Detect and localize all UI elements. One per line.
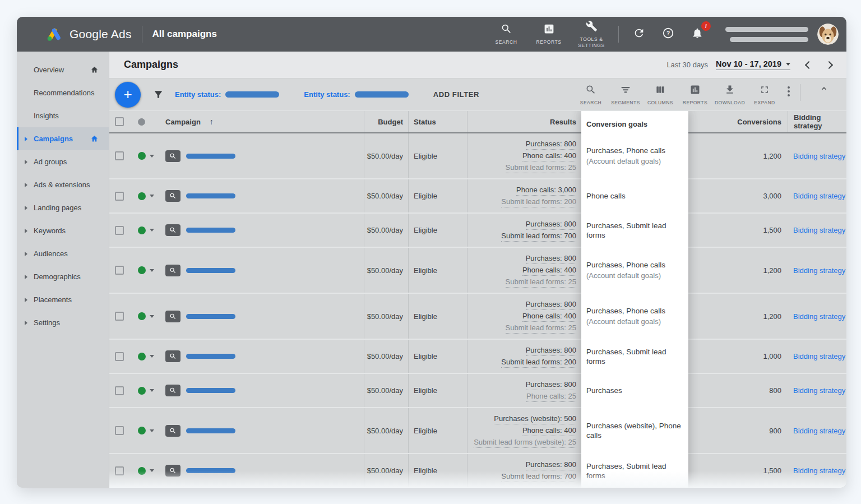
bidding-strategy-link[interactable]: Bidding strategy bbox=[793, 386, 845, 395]
results-column-header[interactable]: Results bbox=[467, 111, 581, 132]
row-checkbox[interactable] bbox=[115, 226, 124, 235]
row-checkbox[interactable] bbox=[115, 151, 124, 160]
result-metric-link[interactable]: Submit lead forms: 25 bbox=[506, 162, 576, 173]
select-all-checkbox[interactable] bbox=[115, 117, 124, 126]
help-button[interactable]: ? bbox=[658, 24, 679, 45]
topbar-tools-settings-button[interactable]: Tools & Settings bbox=[573, 20, 609, 48]
campaign-status-toggle[interactable] bbox=[138, 152, 154, 160]
sidebar-item-audiences[interactable]: Audiences bbox=[17, 242, 109, 265]
segments-button[interactable]: SEGMENTS bbox=[608, 84, 643, 105]
sidebar-item-overview[interactable]: Overview bbox=[17, 58, 109, 81]
date-range-selector[interactable]: Nov 10 - 17, 2019 bbox=[716, 59, 790, 70]
more-options-button[interactable] bbox=[782, 85, 795, 98]
campaign-status-toggle[interactable] bbox=[138, 427, 154, 434]
bidding-strategy-link[interactable]: Bidding strategy bbox=[793, 466, 845, 475]
row-checkbox[interactable] bbox=[115, 312, 124, 321]
row-checkbox[interactable] bbox=[115, 192, 124, 201]
bidding-strategy-link[interactable]: Bidding strategy bbox=[793, 427, 845, 435]
sidebar-item-demographics[interactable]: Demographics bbox=[17, 265, 109, 288]
campaign-status-toggle[interactable] bbox=[138, 192, 154, 200]
refresh-button[interactable] bbox=[628, 24, 650, 45]
sidebar-item-placements[interactable]: Placements bbox=[17, 288, 109, 311]
campaign-name-redacted[interactable] bbox=[186, 388, 235, 393]
result-metric-link[interactable]: Phone calls: 3,000 bbox=[516, 184, 576, 196]
campaign-status-toggle[interactable] bbox=[138, 387, 154, 395]
bidding-strategy-column-header[interactable]: Bidding strategy bbox=[788, 111, 846, 132]
result-metric-link[interactable]: Submit lead forms: 200 bbox=[501, 357, 576, 368]
row-checkbox[interactable] bbox=[115, 266, 124, 275]
campaign-status-toggle[interactable] bbox=[138, 353, 154, 360]
sidebar-item-recommendations[interactable]: Recommendations bbox=[17, 81, 109, 104]
result-metric-link[interactable]: Phone calls: 400 bbox=[522, 425, 576, 436]
sidebar-item-keywords[interactable]: Keywords bbox=[17, 219, 109, 242]
row-checkbox[interactable] bbox=[115, 466, 124, 475]
collapse-toolbar-button[interactable] bbox=[820, 84, 828, 93]
campaign-name-redacted[interactable] bbox=[186, 428, 235, 433]
reports-button[interactable]: REPORTS bbox=[678, 84, 712, 105]
campaign-status-toggle[interactable] bbox=[138, 467, 154, 475]
bidding-strategy-link[interactable]: Bidding strategy bbox=[793, 226, 845, 234]
sidebar-item-settings[interactable]: Settings bbox=[17, 311, 109, 334]
sidebar-item-campaigns[interactable]: Campaigns bbox=[17, 127, 109, 150]
previous-period-button[interactable] bbox=[805, 61, 813, 68]
add-filter-button[interactable]: ADD FILTER bbox=[433, 90, 479, 99]
bidding-strategy-link[interactable]: Bidding strategy bbox=[793, 312, 845, 321]
result-metric-link[interactable]: Submit lead forms: 25 bbox=[506, 322, 576, 334]
campaign-status-toggle[interactable] bbox=[138, 266, 154, 274]
next-period-button[interactable] bbox=[825, 61, 833, 68]
bidding-strategy-link[interactable]: Bidding strategy bbox=[793, 192, 845, 200]
conversions-column-header[interactable]: Conversions bbox=[688, 111, 788, 132]
notifications-button[interactable]: ! bbox=[687, 24, 708, 45]
sidebar-item-ads-extensions[interactable]: Ads & extensions bbox=[17, 173, 109, 196]
result-metric-link[interactable]: Purchases: 800 bbox=[526, 299, 576, 310]
result-metric-link[interactable]: Purchases: 800 bbox=[526, 379, 576, 390]
campaign-name-redacted[interactable] bbox=[186, 314, 235, 319]
budget-column-header[interactable]: Budget bbox=[364, 111, 408, 132]
result-metric-link[interactable]: Purchases: 800 bbox=[526, 345, 576, 356]
row-checkbox[interactable] bbox=[115, 352, 124, 361]
topbar-reports-button[interactable]: REPORTS bbox=[531, 23, 567, 45]
campaign-name-redacted[interactable] bbox=[186, 228, 235, 233]
result-metric-link[interactable]: Purchases: 800 bbox=[526, 138, 576, 150]
sidebar-item-ad-groups[interactable]: Ad groups bbox=[17, 150, 109, 173]
result-metric-link[interactable]: Submit lead forms: 700 bbox=[501, 230, 576, 242]
result-metric-link[interactable]: Submit lead forms (website): 25 bbox=[474, 437, 576, 448]
campaign-name-redacted[interactable] bbox=[186, 268, 235, 273]
result-metric-link[interactable]: Purchases: 800 bbox=[526, 253, 576, 264]
row-checkbox[interactable] bbox=[115, 386, 124, 395]
result-metric-link[interactable]: Submit lead forms: 700 bbox=[501, 471, 576, 482]
result-metric-link[interactable]: Phone calls: 400 bbox=[522, 150, 576, 161]
status-column-header[interactable]: Status bbox=[408, 111, 467, 132]
result-metric-link[interactable]: Submit lead forms: 200 bbox=[501, 196, 576, 207]
sort-ascending-icon[interactable]: ↑ bbox=[210, 117, 214, 126]
result-metric-link[interactable]: Phone calls: 400 bbox=[522, 265, 576, 276]
result-metric-link[interactable]: Purchases: 800 bbox=[526, 459, 576, 470]
filter-funnel-icon[interactable] bbox=[153, 89, 164, 100]
campaign-column-header[interactable]: Campaign bbox=[165, 118, 201, 126]
result-metric-link[interactable]: Submit lead forms: 25 bbox=[506, 276, 576, 288]
result-metric-link[interactable]: Purchases (website): 500 bbox=[494, 413, 576, 424]
conversion-goals-column-header[interactable]: Conversion goals bbox=[581, 111, 688, 132]
download-button[interactable]: DOWNLOAD bbox=[712, 84, 747, 105]
filter-chip[interactable]: Entity status: bbox=[304, 90, 408, 99]
bidding-strategy-link[interactable]: Bidding strategy bbox=[793, 352, 845, 360]
sidebar-item-landing-pages[interactable]: Landing pages bbox=[17, 196, 109, 219]
new-campaign-button[interactable]: + bbox=[115, 82, 141, 108]
filter-chip[interactable]: Entity status: bbox=[175, 90, 279, 99]
campaign-status-toggle[interactable] bbox=[138, 312, 154, 320]
campaign-name-redacted[interactable] bbox=[186, 154, 235, 159]
campaign-name-redacted[interactable] bbox=[186, 354, 235, 359]
campaign-status-toggle[interactable] bbox=[138, 226, 154, 234]
campaign-name-redacted[interactable] bbox=[186, 468, 235, 473]
sidebar-item-insights[interactable]: Insights bbox=[17, 104, 109, 127]
result-metric-link[interactable]: Phone calls: 25 bbox=[526, 391, 576, 402]
columns-button[interactable]: COLUMNS bbox=[643, 84, 678, 105]
table-search-button[interactable]: SEARCH bbox=[573, 84, 608, 105]
bidding-strategy-link[interactable]: Bidding strategy bbox=[793, 152, 845, 160]
avatar[interactable] bbox=[817, 24, 839, 45]
bidding-strategy-link[interactable]: Bidding strategy bbox=[793, 266, 845, 275]
result-metric-link[interactable]: Phone calls: 400 bbox=[522, 311, 576, 322]
campaign-name-redacted[interactable] bbox=[186, 193, 235, 198]
topbar-search-button[interactable]: SEARCH bbox=[488, 23, 524, 45]
expand-button[interactable]: EXPAND bbox=[747, 84, 782, 105]
